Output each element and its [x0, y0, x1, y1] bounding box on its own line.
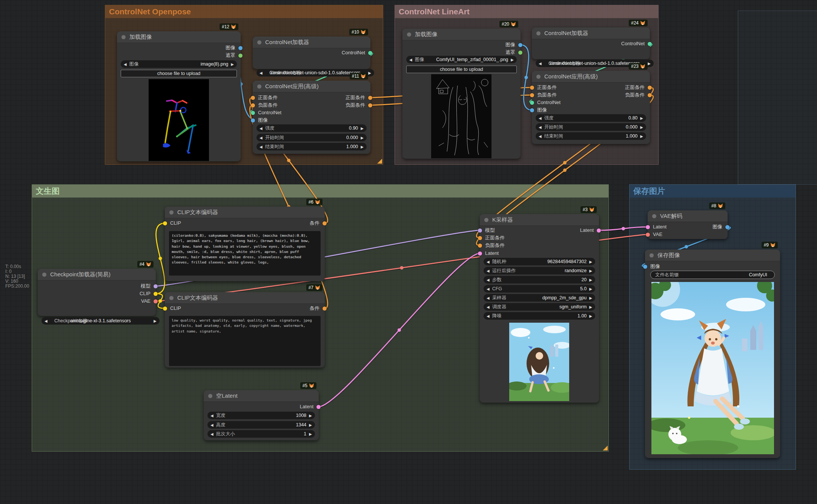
slot-dot-clip[interactable] — [154, 292, 158, 296]
batch-size-widget[interactable]: ◀批次大小1▶ — [207, 430, 315, 438]
collapse-dot-icon[interactable] — [536, 75, 541, 79]
collapse-dot-icon[interactable] — [257, 84, 261, 89]
comfyui-canvas[interactable]: ControlNet Openpose ControlNet LineArt 文… — [0, 0, 817, 504]
filename-prefix-field[interactable]: 文件名前缀ComfyUI — [650, 271, 775, 279]
slot-dot-conditioning[interactable] — [251, 103, 255, 107]
slot-dot-conditioning[interactable] — [322, 221, 327, 225]
upload-button[interactable]: choose file to upload — [406, 66, 517, 73]
slot-dot-image[interactable] — [251, 118, 255, 123]
input-vae[interactable]: VAE — [648, 231, 662, 238]
prev-arrow-icon[interactable]: ◀ — [260, 126, 263, 130]
prev-arrow-icon[interactable]: ◀ — [260, 145, 263, 149]
input-image[interactable]: 图像 — [253, 116, 268, 124]
collapse-dot-icon[interactable] — [42, 273, 46, 277]
prev-arrow-icon[interactable]: ◀ — [260, 71, 263, 75]
slot-dot-latent[interactable] — [316, 405, 321, 409]
next-arrow-icon[interactable]: ▶ — [154, 319, 157, 323]
sampler-widget[interactable]: ◀采样器dpmpp_2m_sde_gpu▶ — [484, 294, 595, 302]
output-image[interactable]: 图像 — [226, 44, 241, 52]
input-latent[interactable]: Latent — [480, 250, 499, 257]
collapse-dot-icon[interactable] — [257, 40, 261, 44]
next-arrow-icon[interactable]: ▶ — [231, 62, 234, 66]
next-arrow-icon[interactable]: ▶ — [361, 126, 364, 130]
prev-arrow-icon[interactable]: ◀ — [487, 260, 490, 264]
next-arrow-icon[interactable]: ▶ — [589, 314, 592, 318]
prev-arrow-icon[interactable]: ◀ — [539, 134, 542, 138]
collapse-dot-icon[interactable] — [208, 394, 212, 398]
node-title[interactable]: 加载图像 — [402, 29, 521, 40]
slot-dot-controlnet[interactable] — [251, 111, 255, 115]
input-controlnet[interactable]: ControlNet — [532, 99, 561, 106]
slot-dot-clip[interactable] — [163, 221, 167, 225]
prev-arrow-icon[interactable]: ◀ — [409, 58, 412, 62]
slot-dot-model[interactable] — [478, 228, 482, 233]
node-controlnet-loader-lineart[interactable]: #24 ControlNet加载器 ControlNet ◀ControlNet… — [532, 28, 650, 59]
input-image[interactable]: 图像 — [645, 263, 660, 270]
prev-arrow-icon[interactable]: ◀ — [487, 269, 490, 273]
slot-dot-conditioning[interactable] — [322, 306, 327, 311]
next-arrow-icon[interactable]: ▶ — [368, 71, 371, 75]
node-title[interactable]: ControlNet应用(高级) — [532, 71, 650, 83]
next-arrow-icon[interactable]: ▶ — [589, 260, 592, 264]
node-title[interactable]: ControlNet应用(高级) — [253, 81, 370, 92]
slot-dot-controlnet[interactable] — [648, 42, 652, 46]
slot-dot-conditioning[interactable] — [251, 96, 255, 100]
input-model[interactable]: 模型 — [480, 227, 495, 234]
collapse-dot-icon[interactable] — [484, 218, 488, 222]
slot-dot-controlnet[interactable] — [530, 101, 534, 105]
node-checkpoint-loader[interactable]: #4 Checkpoint加载器(简易) 模型 CLIP VAE ◀Checkp… — [38, 269, 156, 316]
output-image[interactable]: 图像 — [505, 41, 521, 49]
positive-prompt-textarea[interactable]: (ciloranko:0.8), sakyumama (kedama milk)… — [169, 231, 321, 276]
slot-dot-image[interactable] — [238, 46, 243, 50]
input-negative[interactable]: 负面条件 — [532, 91, 557, 99]
output-clip[interactable]: CLIP — [140, 290, 156, 297]
node-title[interactable]: CLIP文本编码器 — [165, 207, 325, 218]
input-latent[interactable]: Latent — [648, 223, 666, 231]
node-title[interactable]: CLIP文本编码器 — [165, 292, 325, 304]
node-ksampler[interactable]: #3 K采样器 模型 正面条件 负面条件 Latent Latent ◀随机种9… — [480, 214, 599, 403]
prev-arrow-icon[interactable]: ◀ — [260, 136, 263, 140]
collapse-dot-icon[interactable] — [536, 31, 541, 35]
slot-dot-latent[interactable] — [646, 225, 650, 229]
node-title[interactable]: K采样器 — [480, 214, 599, 226]
prev-arrow-icon[interactable]: ◀ — [124, 62, 127, 66]
slot-dot-conditioning[interactable] — [530, 93, 534, 97]
slot-dot-vae[interactable] — [154, 299, 158, 303]
slot-dot-conditioning[interactable] — [648, 93, 652, 97]
input-positive[interactable]: 正面条件 — [253, 94, 278, 101]
node-controlnet-loader-openpose[interactable]: #10 ControlNet加载器 ControlNet ◀ControlNet… — [253, 37, 370, 69]
input-clip[interactable]: CLIP — [165, 305, 181, 312]
width-widget[interactable]: ◀宽度1008▶ — [207, 412, 315, 419]
output-negative[interactable]: 负面条件 — [625, 91, 650, 99]
slot-dot-image[interactable] — [643, 265, 647, 269]
node-title[interactable]: Checkpoint加载器(简易) — [38, 269, 156, 280]
slot-dot-conditioning[interactable] — [368, 103, 372, 107]
output-negative[interactable]: 负面条件 — [346, 101, 370, 109]
next-arrow-icon[interactable]: ▶ — [589, 287, 592, 291]
node-clip-text-encode-negative[interactable]: #7 CLIP文本编码器 CLIP 条件 low quality, worst … — [165, 292, 325, 368]
next-arrow-icon[interactable]: ▶ — [309, 432, 312, 436]
next-arrow-icon[interactable]: ▶ — [361, 145, 364, 149]
slot-dot-latent[interactable] — [597, 228, 601, 233]
output-latent[interactable]: Latent — [580, 227, 599, 234]
next-arrow-icon[interactable]: ▶ — [511, 58, 514, 62]
node-empty-latent[interactable]: #5 空Latent Latent ◀宽度1008▶ ◀高度1344▶ ◀批次大… — [204, 390, 319, 440]
prev-arrow-icon[interactable]: ◀ — [210, 432, 213, 436]
image-combo-widget[interactable]: ◀图像ComfyUI_temp_zrfad_00001_.png▶ — [406, 56, 517, 63]
collapse-dot-icon[interactable] — [169, 210, 174, 214]
prev-arrow-icon[interactable]: ◀ — [210, 414, 213, 418]
slot-dot-latent[interactable] — [478, 251, 482, 256]
steps-widget[interactable]: ◀步数20▶ — [484, 276, 595, 283]
node-title[interactable]: 加载图像 — [117, 31, 241, 43]
prev-arrow-icon[interactable]: ◀ — [487, 278, 490, 282]
slot-dot-conditioning[interactable] — [368, 96, 372, 100]
next-arrow-icon[interactable]: ▶ — [589, 278, 592, 282]
output-vae[interactable]: VAE — [141, 297, 156, 305]
node-title[interactable]: 保存图像 — [645, 250, 780, 261]
node-load-image-lineart[interactable]: #20 加载图像 图像 遮罩 ◀图像ComfyUI_temp_zrfad_000… — [402, 29, 521, 159]
next-arrow-icon[interactable]: ▶ — [589, 305, 592, 309]
prev-arrow-icon[interactable]: ◀ — [539, 61, 542, 66]
output-conditioning[interactable]: 条件 — [310, 219, 325, 227]
node-title[interactable]: ControlNet加载器 — [532, 28, 650, 39]
next-arrow-icon[interactable]: ▶ — [640, 134, 643, 138]
